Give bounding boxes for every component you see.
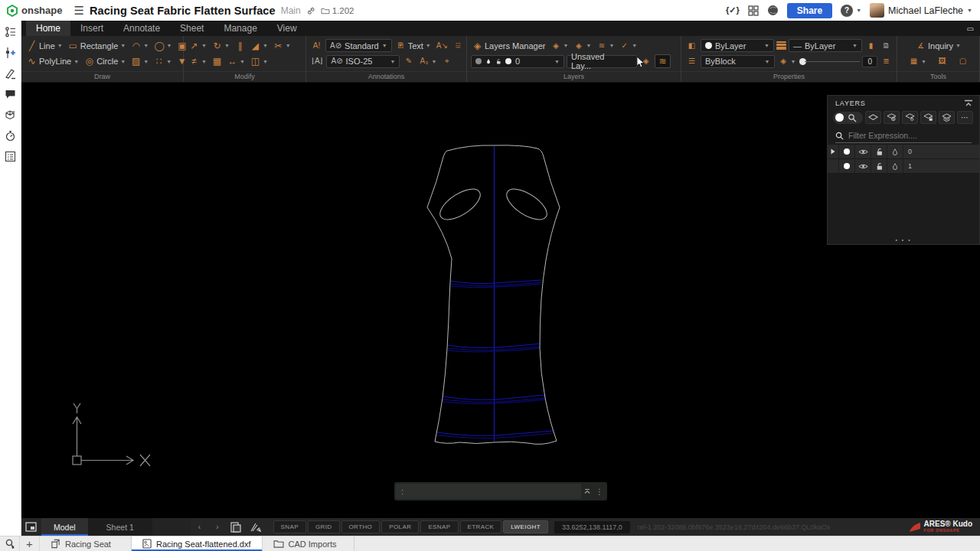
inquiry-tool[interactable]: ∡Inquiry▼ [914,41,962,51]
dim-style-select[interactable]: A⊘ISO-25▼ [326,55,400,68]
layer-isolate-tool[interactable]: ≋▼ [595,41,616,51]
versions-panel-icon[interactable] [4,25,18,39]
parts-help-panel-icon[interactable]: ? [4,108,18,122]
properties-table-panel-icon[interactable] [4,149,18,163]
toggle-lweight[interactable]: LWEIGHT [503,520,548,533]
layer-filter-select[interactable]: Unsaved Lay...▼ [567,55,637,68]
plot-style-tool[interactable]: ▮ [864,41,877,51]
collapse-panel-icon[interactable] [964,99,973,107]
app-store-icon[interactable] [748,5,759,16]
color-select[interactable]: ByLayer▼ [701,39,774,52]
layer-row-0[interactable]: 0 [828,145,979,159]
layer-visibility-icon[interactable] [884,111,900,124]
tab-racing-seat-flattened-dxf[interactable]: Racing Seat-flattened.dxf [132,536,263,551]
drawing-canvas[interactable]: ​ LAYERS ⋯ Filter Expression.... [21,83,980,518]
ellipse-tool[interactable]: ◯▼ [152,41,173,51]
user-menu[interactable]: Michael LaFleche ▼ [870,3,972,18]
edit-annotation-tool[interactable]: ✎ [402,56,415,67]
linetype-select[interactable]: —ByLayer▼ [789,39,862,52]
layer-freeze-icon[interactable] [887,145,903,158]
ribbon-collapse-icon[interactable]: ▭ [967,21,980,36]
lineweight-icon[interactable] [776,41,786,50]
point-tool[interactable]: ∷▼ [152,56,173,67]
transparency-value[interactable]: 0 [862,56,877,67]
toggle-ortho[interactable]: ORTHO [341,520,381,533]
polyline-tool[interactable]: ∿PolyLine▼ [25,56,80,67]
transparency-slider[interactable] [799,58,860,65]
version-indicator[interactable]: 1.202 [321,6,354,15]
tab-racing-seat[interactable]: Racing Seat [40,536,132,551]
hatch-tool[interactable]: ▨▼ [129,56,150,67]
fillet-tool[interactable]: ◢▼ [249,41,270,51]
layer-filter-input[interactable]: Filter Expression.... [835,131,972,143]
layer-off-tool[interactable]: ◈▼ [572,41,593,51]
explode-tool[interactable]: ◫▼ [249,56,270,67]
tab-search-icon[interactable] [0,536,20,551]
menu-view[interactable]: View [267,21,307,36]
layers-more-icon[interactable]: ⋯ [957,111,973,124]
share-button[interactable]: Share [787,3,832,18]
line-tool[interactable]: ╱Line▼ [25,41,64,51]
layer-freeze-tool[interactable]: ◈▼ [550,41,570,51]
dimension-tool[interactable]: ⌊A⌋ [310,56,324,67]
trim-tool[interactable]: ✂▼ [272,41,292,51]
move-tool[interactable]: ↗▼ [188,41,208,51]
array-tool[interactable]: ∥ [234,41,247,51]
link-icon[interactable] [306,6,315,15]
tab-prev-icon[interactable]: ‹ [191,523,208,531]
add-tab-button[interactable]: + [20,536,40,551]
layer-unlock-icon[interactable] [871,159,887,173]
pattern-tool[interactable]: ▦ [211,56,224,67]
offset-tool[interactable]: ≠▼ [188,56,208,67]
menu-annotate[interactable]: Annotate [113,21,170,36]
help-menu[interactable]: ? ▼ [841,5,861,17]
layer-freeze-icon[interactable] [887,159,903,173]
main-menu-icon[interactable]: ☰ [74,4,83,18]
layer-lock-all-icon[interactable] [920,111,936,124]
comments-panel-icon[interactable] [4,87,18,101]
tab-cad-imports[interactable]: CAD Imports [263,536,354,551]
feature-script-icon[interactable]: {✓} [726,5,740,15]
globe-icon[interactable] [767,5,779,16]
circle-tool[interactable]: ◎Circle▼ [83,56,127,67]
text-tool[interactable]: 🖹Text▼ [394,41,433,51]
layer-unlock-icon[interactable] [871,145,887,158]
layers-stack-icon[interactable] [939,111,955,124]
layer-row-1[interactable]: 1 [828,159,979,174]
transparency-tool[interactable]: ◈▼ [777,56,798,67]
rectangle-tool[interactable]: ▭Rectangle▼ [67,41,127,51]
linetype-scale-tool[interactable]: ☰ [685,56,698,67]
onshape-brand[interactable]: onshape [6,5,62,17]
menu-home[interactable]: Home [26,21,70,36]
new-layer-toggle[interactable] [833,112,863,124]
selection-tool[interactable]: ▢ [956,56,969,67]
current-layer-select[interactable]: 0 ▼ [471,55,564,68]
configurations-panel-icon[interactable] [4,46,18,60]
command-history-icon[interactable] [581,488,593,495]
command-input[interactable]: : [396,484,581,499]
center-mark-tool[interactable]: ⌖ [440,56,453,67]
model-tab[interactable]: Model [41,518,88,536]
layers-all-icon[interactable] [865,111,881,124]
qr-export-tool[interactable]: ▦▼ [907,56,928,67]
list-properties-tool[interactable]: ≣ [880,56,893,67]
custom-tables-panel-icon[interactable] [4,67,18,80]
layer-color-swatch[interactable] [844,163,850,169]
quick-dimension-tool[interactable]: A! [310,41,323,51]
layers-panel-toggle[interactable]: ≋ [655,54,671,68]
stretch-tool[interactable]: ↔▼ [226,56,247,67]
model-space-icon[interactable] [25,522,37,532]
leader-tool[interactable]: A↘ [435,41,449,51]
menu-insert[interactable]: Insert [70,21,113,36]
new-sheet-icon[interactable] [250,522,262,533]
layers-manager-button[interactable]: ◈Layers Manager [471,41,547,51]
toggle-polar[interactable]: POLAR [381,520,419,533]
toggle-snap[interactable]: SNAP [273,520,306,533]
tab-next-icon[interactable]: › [208,523,226,531]
text-style-select[interactable]: A⊘Standard▼ [325,39,392,52]
layer-name[interactable]: 0 [903,145,979,158]
layer-name[interactable]: 1 [903,159,979,173]
branch-label[interactable]: Main [281,5,301,16]
toggle-etrack[interactable]: ETRACK [460,520,502,533]
panel-resize-handle[interactable]: • • • [828,236,979,244]
